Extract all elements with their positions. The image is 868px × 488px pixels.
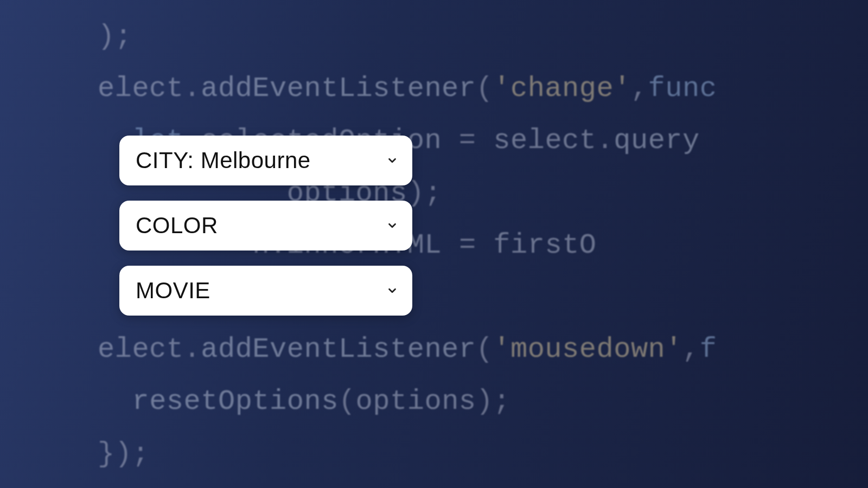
chevron-down-icon [386,220,398,232]
color-select-label: COLOR [136,213,218,239]
color-select[interactable]: COLOR [119,201,412,251]
city-select[interactable]: CITY: Melbourne [119,136,412,185]
code-line: elect.addEventListener('mousedown',f [98,333,717,365]
code-line: }); [98,438,149,470]
code-line: resetOptions(options); [98,386,510,418]
chevron-down-icon [386,155,398,166]
chevron-down-icon [386,285,398,297]
city-select-label: CITY: Melbourne [136,147,311,174]
dropdown-group: CITY: Melbourne COLOR MOVIE [119,136,412,316]
movie-select-label: MOVIE [136,278,210,304]
movie-select[interactable]: MOVIE [119,266,412,316]
code-line: elect.addEventListener('change',func [98,73,717,105]
code-line: ); [98,21,132,53]
